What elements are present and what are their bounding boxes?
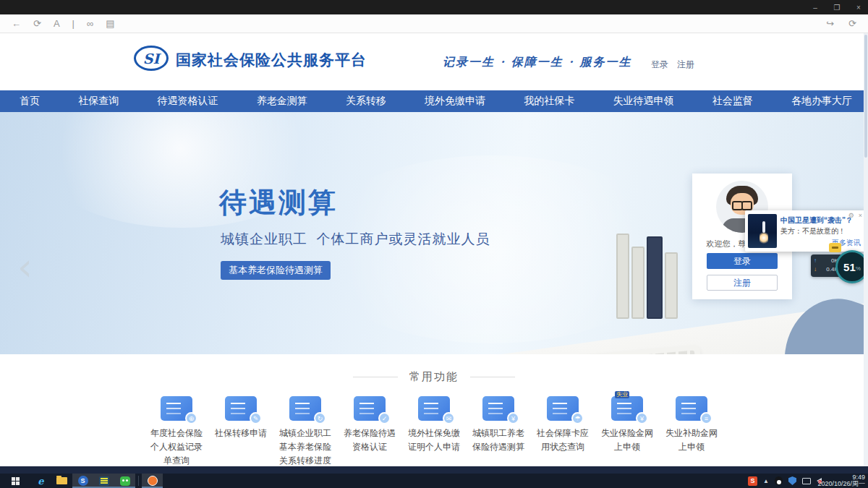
function-item[interactable]: ↻ 城镇企业职工基本养老保险关系转移进度 [274,396,336,468]
font-icon[interactable]: A [54,19,60,28]
register-button[interactable]: 注册 [707,275,778,291]
ie-icon: e [38,476,43,487]
function-label: 养老保险待遇资格认证 [342,427,397,454]
file-explorer-button[interactable] [51,474,72,488]
function-item[interactable]: ¥ 城镇职工养老保险待遇测算 [467,396,529,468]
person-certify-icon: ✓ [354,396,386,421]
popup-close-icon[interactable]: × [859,212,862,219]
carousel-prev-icon[interactable]: ‹ [17,248,33,286]
download-arrow-icon: ↓ [814,265,817,274]
nav-item[interactable]: 关系转移 [346,95,386,108]
pension-calc-button[interactable]: 基本养老保险待遇测算 [221,261,331,280]
nav-item[interactable]: 各地办事大厅 [791,95,852,108]
sogou-ime-icon[interactable]: S [748,476,757,486]
nav-item[interactable]: 失业待遇申领 [613,95,674,108]
hero-subtitle: 城镇企业职工 个体工商户或灵活就业人员 [221,230,490,249]
qq-icon[interactable] [775,476,783,485]
envelope-icon: ≡ [676,396,707,421]
main-nav: 首页 社保查询 待遇资格认证 养老金测算 关系转移 境外免缴申请 我的社保卡 失… [0,90,868,112]
upload-arrow-icon: ↑ [814,257,817,265]
window-icon[interactable]: ▤ [106,19,114,28]
refresh-icon[interactable]: ⟳ [33,19,41,28]
function-item[interactable]: ≡ 失业补助金网上申领 [660,396,723,468]
windows-logo-icon [12,477,20,485]
taskbar: e S S ▲ 9:49 2020/10/26/周一 [0,474,868,488]
notes-icon [99,476,109,486]
function-label: 失业保险金网上申领 [600,427,655,454]
nav-item[interactable]: 社会监督 [712,95,753,108]
function-item[interactable]: ✎ 社保转移申请 [210,396,272,468]
login-button[interactable]: 登录 [707,253,778,269]
overlay-badge-icon[interactable] [829,243,841,252]
clock-date: 2020/10/26/周一 [817,481,865,487]
news-body: 美方：不是故意的！ [780,226,846,236]
section-heading-text: 常用功能 [409,370,459,384]
browser-toolbar: ← ⟳ A | ∞ ▤ ↪ ⟳ [0,14,868,33]
header-register-link[interactable]: 注册 [677,59,694,71]
si-app-button[interactable]: S [72,474,93,488]
card-calculator-icon: ¥ [482,396,514,421]
start-button[interactable] [0,474,30,488]
function-label: 年度社会保险个人权益记录单查询 [149,427,204,468]
hero-title: 待遇测算 [219,184,338,221]
nav-item[interactable]: 待遇资格认证 [157,95,218,108]
wallet-icon: 失业 ¥ [611,396,643,421]
security-shield-icon[interactable] [788,476,796,485]
site-title: 国家社会保险公共服务平台 [176,50,367,70]
nav-item[interactable]: 养老金测算 [257,95,307,108]
file-organizer-decoration [616,232,689,319]
maximize-icon[interactable]: ❐ [832,4,842,12]
share-icon[interactable]: ↪ [826,19,834,28]
minimize-icon[interactable]: – [810,4,820,12]
network-icon[interactable] [802,478,811,484]
notes-app-button[interactable] [93,474,114,488]
si-app-icon: S [78,476,88,486]
site-header: SI 国家社会保险公共服务平台 记录一生 · 保障一生 · 服务一生 登录 注册 [0,33,868,90]
card-umbrella-icon: ☂ [547,396,579,421]
sogou-browser-icon [148,476,158,486]
back-icon[interactable]: ← [12,19,21,28]
function-item[interactable]: 失业 ¥ 失业保险金网上申领 [596,396,658,468]
window-titlebar: – ❐ × [0,0,868,14]
reload-icon[interactable]: ⟳ [848,19,856,28]
news-popup: 中国卫星遭到“袭击”？ 美方：不是故意的！ 更多资讯 ⚙ × [745,210,866,252]
clipboard-icon: ✉ [418,396,450,421]
taskbar-clock[interactable]: 9:49 2020/10/26/周一 [817,474,865,487]
function-label: 社保转移申请 [213,427,268,440]
idcard-progress-icon: ↻ [289,396,321,421]
system-tray: S ▲ [748,474,822,488]
function-item[interactable]: ⊕ 年度社会保险个人权益记录单查询 [145,396,208,468]
nav-item[interactable]: 我的社保卡 [524,95,574,108]
nav-item[interactable]: 社保查询 [78,95,119,108]
link-icon[interactable]: ∞ [87,19,93,28]
percent-value: 51 [843,261,856,273]
toolbar-left-icons: ← ⟳ A | ∞ ▤ [12,14,115,33]
scrollbar-thumb[interactable] [864,35,867,158]
page-scrollbar[interactable] [864,33,868,466]
calendar-search-icon: ⊕ [161,396,192,421]
function-label: 失业补助金网上申领 [664,427,719,454]
tray-expand-icon[interactable]: ▲ [763,478,769,484]
footer-strip [0,466,868,474]
site-slogan: 记录一生 · 保障一生 · 服务一生 [443,55,631,70]
popup-settings-icon[interactable]: ⚙ [848,212,854,219]
screen: – ❐ × ← ⟳ A | ∞ ▤ ↪ ⟳ [0,0,868,488]
nav-item[interactable]: 境外免缴申请 [425,95,485,108]
ie-taskbar-button[interactable]: e [30,474,51,488]
header-login-link[interactable]: 登录 [651,59,668,71]
toolbar-right-icons: ↪ ⟳ [826,14,856,33]
news-thumbnail-rocket[interactable] [748,214,777,248]
wechat-button[interactable] [114,474,135,488]
function-label: 城镇企业职工基本养老保险关系转移进度 [278,427,333,468]
nav-item[interactable]: 首页 [20,95,40,108]
sogou-browser-button[interactable] [142,474,163,488]
card-edit-icon: ✎ [225,396,257,421]
function-item[interactable]: ☂ 社会保障卡应用状态查询 [532,396,594,468]
function-item[interactable]: ✉ 境外社保免缴证明个人申请 [403,396,465,468]
close-icon[interactable]: × [854,4,864,12]
function-label: 境外社保免缴证明个人申请 [407,427,461,454]
toolbar-divider[interactable]: | [72,19,75,28]
window-controls: – ❐ × [810,0,864,14]
section-heading: 常用功能 [0,370,868,384]
function-item[interactable]: ✓ 养老保险待遇资格认证 [339,396,401,468]
